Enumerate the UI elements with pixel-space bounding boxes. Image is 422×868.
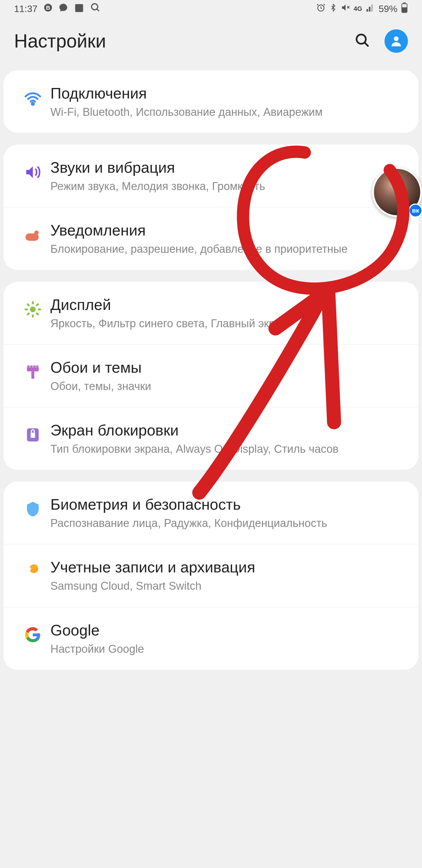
item-text: Уведомления Блокирование, разрешение, до…	[51, 221, 407, 257]
settings-item-security[interactable]: Биометрия и безопасность Распознавание л…	[3, 482, 419, 544]
display-icon	[15, 296, 51, 318]
item-subtitle: Тип блокировки экрана, Always On Display…	[51, 441, 407, 457]
svg-rect-28	[28, 365, 29, 368]
header-actions	[355, 29, 408, 53]
wifi-icon	[15, 85, 51, 107]
item-subtitle: Режим звука, Мелодия звонка, Громкость	[51, 179, 407, 194]
alarm-icon	[316, 3, 326, 15]
svg-rect-29	[31, 365, 32, 368]
settings-item-display[interactable]: Дисплей Яркость, Фильтр синего света, Гл…	[3, 282, 419, 345]
lock-icon	[15, 422, 51, 444]
vk-badge-icon: вк	[409, 204, 422, 218]
item-text: Дисплей Яркость, Фильтр синего света, Гл…	[51, 296, 407, 331]
svg-line-25	[37, 304, 38, 305]
wallpaper-icon	[15, 359, 51, 381]
svg-rect-34	[31, 433, 35, 438]
svg-rect-31	[37, 365, 38, 368]
item-subtitle: Блокирование, разрешение, добавление в п…	[51, 241, 407, 257]
settings-item-wifi[interactable]: Подключения Wi-Fi, Bluetooth, Использова…	[3, 70, 419, 133]
item-title: Дисплей	[51, 296, 407, 313]
battery-percent: 59%	[379, 3, 397, 14]
page-header: Настройки	[0, 18, 422, 70]
search-button[interactable]	[355, 33, 370, 50]
item-title: Биометрия и безопасность	[51, 496, 407, 513]
notifications-icon	[15, 221, 51, 244]
settings-group: Биометрия и безопасность Распознавание л…	[3, 482, 419, 670]
status-time: 11:37	[14, 3, 37, 14]
svg-rect-9	[403, 3, 405, 4]
item-subtitle: Samsung Cloud, Smart Switch	[51, 578, 407, 594]
svg-point-17	[30, 306, 36, 312]
settings-item-notifications[interactable]: Уведомления Блокирование, разрешение, до…	[3, 207, 419, 270]
svg-text:B: B	[46, 5, 50, 11]
settings-item-sound[interactable]: Звуки и вибрация Режим звука, Мелодия зв…	[3, 145, 419, 207]
svg-rect-32	[31, 371, 34, 379]
svg-line-24	[28, 313, 29, 314]
item-subtitle: Настройки Google	[51, 641, 407, 657]
svg-line-23	[37, 313, 38, 314]
svg-point-3	[92, 4, 98, 10]
security-icon	[15, 496, 51, 518]
battery-icon	[401, 2, 408, 15]
settings-item-accounts[interactable]: Учетные записи и архивация Samsung Cloud…	[3, 544, 419, 607]
sound-icon	[15, 159, 51, 181]
svg-point-11	[357, 35, 366, 44]
item-subtitle: Яркость, Фильтр синего света, Главный эк…	[51, 316, 407, 331]
item-title: Учетные записи и архивация	[51, 558, 407, 576]
svg-point-13	[394, 36, 398, 41]
search-icon-small	[90, 2, 101, 15]
svg-line-4	[97, 9, 99, 11]
status-left: 11:37 B	[14, 2, 101, 15]
item-subtitle: Wi-Fi, Bluetooth, Использование данных, …	[51, 104, 407, 120]
item-title: Подключения	[51, 85, 407, 102]
notification-icon: B	[43, 3, 53, 15]
accounts-icon	[15, 558, 51, 581]
settings-item-google[interactable]: Google Настройки Google	[3, 607, 419, 670]
item-title: Звуки и вибрация	[51, 159, 407, 176]
item-text: Учетные записи и архивация Samsung Cloud…	[51, 558, 407, 594]
calendar-icon	[74, 2, 85, 15]
bluetooth-icon	[329, 3, 337, 15]
status-bar: 11:37 B 4G 59%	[0, 0, 422, 18]
svg-line-22	[28, 304, 29, 305]
settings-list: Подключения Wi-Fi, Bluetooth, Использова…	[0, 70, 422, 670]
profile-button[interactable]	[385, 29, 408, 53]
item-title: Уведомления	[51, 221, 407, 239]
chat-head[interactable]: вк	[372, 167, 422, 217]
item-title: Экран блокировки	[51, 422, 407, 439]
settings-item-wallpaper[interactable]: Обои и темы Обои, темы, значки	[3, 345, 419, 407]
svg-point-14	[32, 103, 34, 105]
item-title: Обои и темы	[51, 359, 407, 376]
svg-line-12	[364, 42, 369, 46]
svg-rect-2	[75, 4, 83, 12]
item-subtitle: Обои, темы, значки	[51, 379, 407, 394]
svg-point-35	[27, 567, 31, 571]
network-type: 4G	[354, 5, 362, 12]
item-text: Биометрия и безопасность Распознавание л…	[51, 496, 407, 531]
settings-item-lock[interactable]: Экран блокировки Тип блокировки экрана, …	[3, 407, 419, 470]
settings-group: Подключения Wi-Fi, Bluetooth, Использова…	[3, 70, 419, 133]
settings-group: Дисплей Яркость, Фильтр синего света, Гл…	[3, 282, 419, 470]
item-text: Экран блокировки Тип блокировки экрана, …	[51, 422, 407, 457]
svg-rect-10	[402, 8, 407, 12]
status-right: 4G 59%	[316, 2, 408, 15]
item-subtitle: Распознавание лица, Радужка, Конфиденциа…	[51, 516, 407, 531]
item-text: Google Настройки Google	[51, 621, 407, 657]
mute-icon	[341, 3, 350, 15]
item-text: Обои и темы Обои, темы, значки	[51, 359, 407, 394]
item-text: Подключения Wi-Fi, Bluetooth, Использова…	[51, 85, 407, 120]
item-text: Звуки и вибрация Режим звука, Мелодия зв…	[51, 159, 407, 194]
signal-icon	[366, 3, 375, 15]
svg-point-16	[34, 230, 39, 235]
item-title: Google	[51, 621, 407, 639]
settings-group: Звуки и вибрация Режим звука, Мелодия зв…	[3, 145, 419, 270]
svg-rect-30	[34, 365, 35, 368]
google-icon	[15, 621, 51, 644]
page-title: Настройки	[14, 30, 106, 52]
chat-icon	[59, 3, 68, 15]
